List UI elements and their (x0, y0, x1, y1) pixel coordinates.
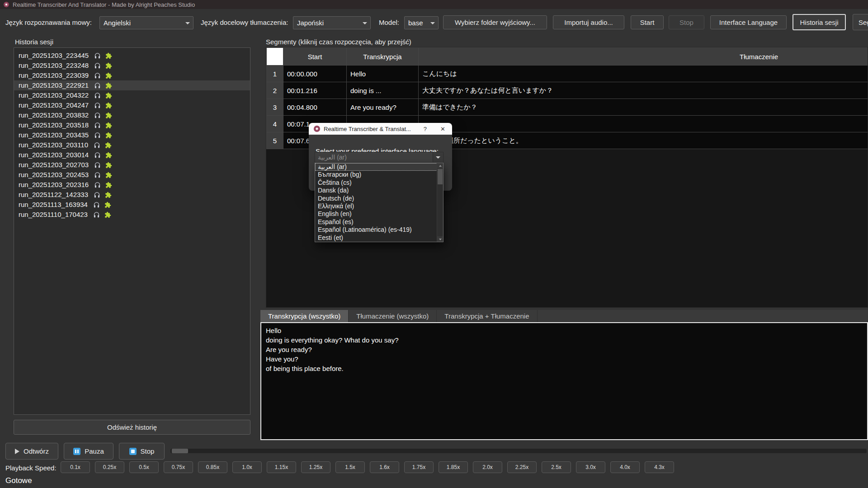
column-header-translation[interactable]: Tłumaczenie (419, 48, 868, 66)
speed-button[interactable]: 4.0x (610, 461, 640, 473)
history-item[interactable]: run_20251203_202316 (14, 180, 250, 190)
speed-button[interactable]: 2.0x (473, 461, 502, 473)
table-corner-cell[interactable] (267, 48, 283, 66)
history-item[interactable]: run_20251203_202453 (14, 170, 250, 180)
segments-tab-button[interactable]: Segm (853, 14, 868, 30)
segment-translation-cell[interactable]: こんにちは (419, 66, 868, 82)
speed-button[interactable]: 0.1x (61, 461, 90, 473)
history-item[interactable]: run_20251122_142333 (14, 190, 250, 200)
session-history-tab-button[interactable]: Historia sesji (793, 14, 846, 30)
history-item[interactable]: run_20251203_223039 (14, 70, 250, 80)
headphones-icon (94, 182, 101, 188)
speed-button[interactable]: 1.25x (301, 461, 330, 473)
dialog-help-button[interactable]: ? (424, 126, 427, 132)
scroll-up-icon[interactable] (437, 163, 443, 169)
segment-row-number[interactable]: 1 (267, 66, 283, 82)
pause-button[interactable]: Pauza (64, 443, 113, 460)
chevron-down-icon[interactable] (433, 152, 443, 162)
stop-icon (129, 448, 137, 455)
bottom-tab[interactable]: Tłumaczenie (wszystko) (349, 310, 437, 322)
history-item[interactable]: run_20251203_222921 (14, 80, 250, 90)
history-item[interactable]: run_20251203_203832 (14, 110, 250, 120)
speed-button[interactable]: 0.25x (95, 461, 124, 473)
dialog-close-button[interactable]: ✕ (440, 126, 445, 132)
popup-scrollbar[interactable] (437, 163, 443, 242)
speech-language-select[interactable]: Angielski (99, 16, 193, 29)
speed-button[interactable]: 0.5x (129, 461, 159, 473)
speed-button[interactable]: 1.75x (404, 461, 434, 473)
history-item[interactable]: run_20251203_203110 (14, 140, 250, 150)
speed-button[interactable]: 0.85x (198, 461, 227, 473)
target-language-select[interactable]: Japoński (293, 16, 371, 29)
speed-button[interactable]: 2.25x (507, 461, 537, 473)
segment-row-number[interactable]: 4 (267, 116, 283, 132)
transcript-text-area[interactable]: Hello doing is everything okay? What do … (260, 322, 868, 440)
dialog-titlebar[interactable]: Realtime Transcriber & Translat... ? ✕ (309, 123, 452, 135)
segment-translation-cell[interactable]: 準備はできたか？ (419, 99, 868, 116)
chevron-down-icon (185, 22, 190, 24)
history-item[interactable]: run_20251203_203518 (14, 120, 250, 130)
speed-button[interactable]: 1.85x (439, 461, 468, 473)
model-select[interactable]: base (404, 16, 439, 29)
seek-slider[interactable] (170, 449, 867, 453)
scrollbar-thumb[interactable] (438, 169, 443, 184)
segment-row-number[interactable]: 5 (267, 132, 283, 149)
segment-start-cell[interactable]: 00:01.216 (283, 82, 347, 99)
history-item[interactable]: run_20251110_170423 (14, 210, 250, 220)
stop-playback-button[interactable]: Stop (119, 443, 165, 460)
history-item[interactable]: run_20251203_203435 (14, 130, 250, 140)
dialog-language-option[interactable]: English (en) (315, 210, 437, 218)
dialog-language-option[interactable]: العربية (ar) (315, 163, 437, 171)
stop-button[interactable]: Stop (669, 15, 704, 29)
bottom-tab[interactable]: Transkrypcja + Tłumaczenie (437, 310, 537, 322)
interface-language-button[interactable]: Interface Language (710, 15, 787, 29)
puzzle-icon (105, 102, 112, 109)
history-item[interactable]: run_20251203_223445 (14, 51, 250, 61)
dialog-language-option[interactable]: Dansk (da) (315, 187, 437, 194)
refresh-history-button[interactable]: Odśwież historię (14, 420, 250, 435)
history-item-label: run_20251203_223248 (19, 61, 89, 70)
column-header-transcript[interactable]: Transkrypcja (347, 48, 419, 66)
segment-row-number[interactable]: 3 (267, 99, 283, 116)
history-item[interactable]: run_20251113_163934 (14, 200, 250, 210)
dialog-language-option[interactable]: Español (Latinoamérica) (es-419) (315, 226, 437, 234)
segment-start-cell[interactable]: 00:04.800 (283, 99, 347, 116)
segment-start-cell[interactable]: 00:00.000 (283, 66, 347, 82)
dialog-language-option[interactable]: Deutsch (de) (315, 195, 437, 202)
bottom-tab[interactable]: Transkrypcja (wszystko) (260, 310, 349, 322)
scroll-down-icon[interactable] (437, 236, 443, 242)
window-title: Realtime Transcriber And Translator - Ma… (13, 1, 195, 8)
segment-transcript-cell[interactable]: doing is ... (347, 82, 419, 99)
history-item[interactable]: run_20251203_204247 (14, 100, 250, 110)
history-item[interactable]: run_20251203_204322 (14, 90, 250, 100)
speed-button[interactable]: 4.3x (645, 461, 674, 473)
speed-button[interactable]: 2.5x (542, 461, 571, 473)
history-item[interactable]: run_20251203_202703 (14, 160, 250, 170)
segment-translation-cell[interactable]: 場所だったということ。 (419, 132, 868, 149)
segment-row-number[interactable]: 2 (267, 82, 283, 99)
history-item[interactable]: run_20251203_203014 (14, 150, 250, 160)
segment-translation-cell[interactable]: 大丈夫ですか？あなたは何と言いますか？ (419, 82, 868, 99)
speed-button[interactable]: 1.5x (335, 461, 365, 473)
choose-output-folder-button[interactable]: Wybierz folder wyjściowy... (443, 15, 547, 29)
speed-button[interactable]: 0.75x (164, 461, 193, 473)
segment-transcript-cell[interactable]: Hello (347, 66, 419, 82)
dialog-language-select[interactable]: العربية (ar) (315, 152, 443, 163)
speed-button[interactable]: 3.0x (576, 461, 605, 473)
segment-transcript-cell[interactable]: Are you ready? (347, 99, 419, 116)
dialog-language-option[interactable]: Български (bg) (315, 171, 437, 178)
dialog-language-option[interactable]: Español (es) (315, 218, 437, 226)
dialog-language-option[interactable]: Čeština (cs) (315, 179, 437, 187)
dialog-language-option[interactable]: Ελληνικά (el) (315, 202, 437, 210)
speed-button[interactable]: 1.0x (232, 461, 262, 473)
segment-translation-cell[interactable] (419, 116, 868, 132)
dialog-language-option[interactable]: Eesti (et) (315, 234, 437, 242)
speed-button[interactable]: 1.15x (267, 461, 296, 473)
import-audio-button[interactable]: Importuj audio... (553, 15, 624, 29)
history-item[interactable]: run_20251203_223248 (14, 61, 250, 70)
speed-button[interactable]: 1.6x (370, 461, 399, 473)
start-button[interactable]: Start (631, 15, 664, 29)
seek-slider-handle[interactable] (172, 449, 188, 453)
play-button[interactable]: Odtwórz (5, 443, 58, 460)
column-header-start[interactable]: Start (283, 48, 347, 66)
